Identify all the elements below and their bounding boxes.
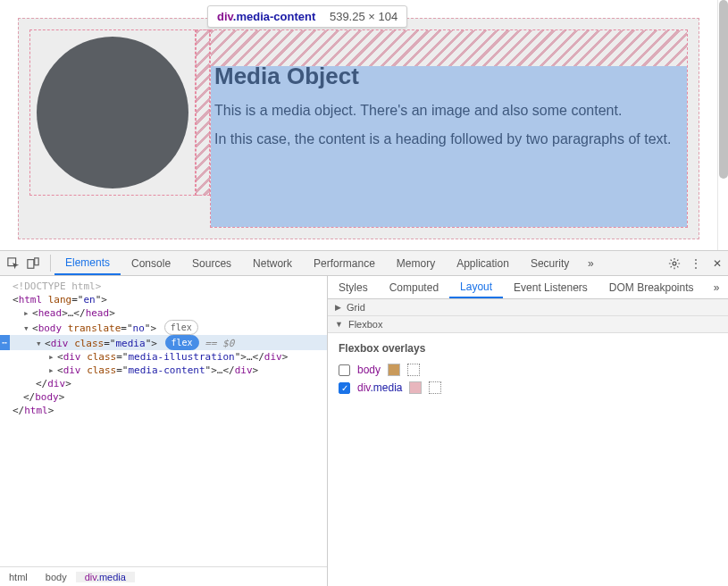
breadcrumb-item[interactable]: div.media [76, 572, 135, 582]
close-icon[interactable]: ✕ [707, 251, 728, 275]
breadcrumb: html body div.media [0, 566, 327, 586]
rtab-styles[interactable]: Styles [328, 276, 379, 298]
dom-node-media[interactable]: ▾<div class="media"> flex == $0 [0, 335, 327, 350]
devtools-toolbar: ElementsConsoleSourcesNetworkPerformance… [0, 251, 728, 276]
device-toolbar-icon[interactable] [23, 254, 43, 273]
overlay-checkbox[interactable] [339, 364, 350, 376]
scrollbar-thumb[interactable] [719, 0, 728, 179]
more-tabs-icon[interactable]: » [705, 276, 728, 298]
overlay-element-label[interactable]: div.media [357, 381, 402, 394]
flexbox-overlay-row: ✓div.media [339, 381, 717, 394]
tab-console[interactable]: Console [121, 251, 181, 275]
overlay-pattern-icon[interactable] [407, 364, 420, 376]
tooltip-dimensions: 539.25 × 104 [330, 10, 397, 23]
styles-panel: StylesComputedLayoutEvent ListenersDOM B… [328, 276, 728, 586]
settings-icon[interactable] [664, 251, 685, 275]
scrollbar[interactable] [717, 0, 728, 250]
overlay-color-swatch[interactable] [409, 381, 422, 394]
flex-gap-overlay [211, 30, 687, 66]
chevron-down-icon: ▼ [335, 320, 343, 329]
media-content[interactable]: div.media-content 539.25 × 104 Media Obj… [210, 29, 688, 228]
section-label: Flexbox [348, 319, 383, 330]
section-grid[interactable]: ▶ Grid [328, 299, 728, 316]
tab-security[interactable]: Security [520, 251, 580, 275]
page-preview: div.media-content 539.25 × 104 Media Obj… [0, 0, 728, 250]
flex-gap-overlay [196, 29, 210, 196]
dom-node-body[interactable]: ▾<body translate="no"> flex [0, 320, 327, 335]
tab-elements[interactable]: Elements [54, 251, 121, 275]
tab-memory[interactable]: Memory [386, 251, 446, 275]
dom-tree[interactable]: <!DOCTYPE html> <html lang="en"> ▸<head>… [0, 276, 327, 566]
overlay-color-swatch[interactable] [388, 364, 400, 376]
overlay-element-label[interactable]: body [357, 364, 381, 376]
dom-node-content[interactable]: ▸<div class="media-content">…</div> [0, 364, 327, 377]
overlay-checkbox[interactable]: ✓ [339, 382, 350, 394]
inspector-tooltip: div.media-content 539.25 × 104 [207, 5, 407, 28]
more-tabs-icon[interactable]: » [580, 251, 601, 275]
breadcrumb-item[interactable]: body [37, 572, 76, 582]
dom-node-illustration[interactable]: ▸<div class="media-illustration">…</div> [0, 350, 327, 364]
section-flexbox[interactable]: ▼ Flexbox [328, 316, 728, 333]
doctype: <!DOCTYPE html> [13, 280, 101, 292]
tab-sources[interactable]: Sources [181, 251, 242, 275]
tab-application[interactable]: Application [446, 251, 520, 275]
selected-marker: == $0 [205, 338, 234, 349]
svg-point-3 [673, 262, 676, 265]
media-illustration [29, 29, 196, 196]
tab-performance[interactable]: Performance [303, 251, 386, 275]
media-flex: div.media-content 539.25 × 104 Media Obj… [29, 29, 688, 228]
flex-badge[interactable]: flex [164, 320, 198, 335]
section-label: Grid [347, 302, 365, 313]
inspect-element-icon[interactable] [4, 254, 23, 273]
media-container: div.media-content 539.25 × 104 Media Obj… [18, 18, 699, 239]
rtab-event-listeners[interactable]: Event Listeners [503, 276, 598, 298]
flexbox-overlay-row: body [339, 364, 717, 376]
dom-panel: <!DOCTYPE html> <html lang="en"> ▸<head>… [0, 276, 328, 586]
panel-subtitle: Flexbox overlays [339, 342, 717, 355]
tooltip-tag: div [217, 10, 233, 23]
devtools: ElementsConsoleSourcesNetworkPerformance… [0, 250, 728, 586]
tab-network[interactable]: Network [242, 251, 303, 275]
overlay-pattern-icon[interactable] [429, 381, 441, 394]
kebab-menu-icon[interactable]: ⋮ [685, 251, 707, 275]
media-paragraph: In this case, the content is a heading f… [211, 131, 687, 147]
chevron-right-icon: ▶ [335, 303, 341, 312]
rtab-dom-breakpoints[interactable]: DOM Breakpoints [598, 276, 705, 298]
tooltip-class: .media-content [233, 10, 315, 23]
svg-rect-2 [35, 257, 38, 264]
circle-image [37, 37, 188, 188]
rtab-computed[interactable]: Computed [379, 276, 449, 298]
flex-badge[interactable]: flex [165, 335, 199, 350]
dom-node-head[interactable]: ▸<head>…</head> [0, 306, 327, 320]
breadcrumb-item[interactable]: html [0, 572, 37, 582]
media-paragraph: This is a media object. There's an image… [211, 103, 687, 119]
media-heading: Media Object [211, 63, 687, 90]
flexbox-overlays-panel: Flexbox overlays body✓div.media [328, 333, 728, 408]
rtab-layout[interactable]: Layout [449, 276, 503, 298]
svg-rect-1 [28, 259, 34, 268]
